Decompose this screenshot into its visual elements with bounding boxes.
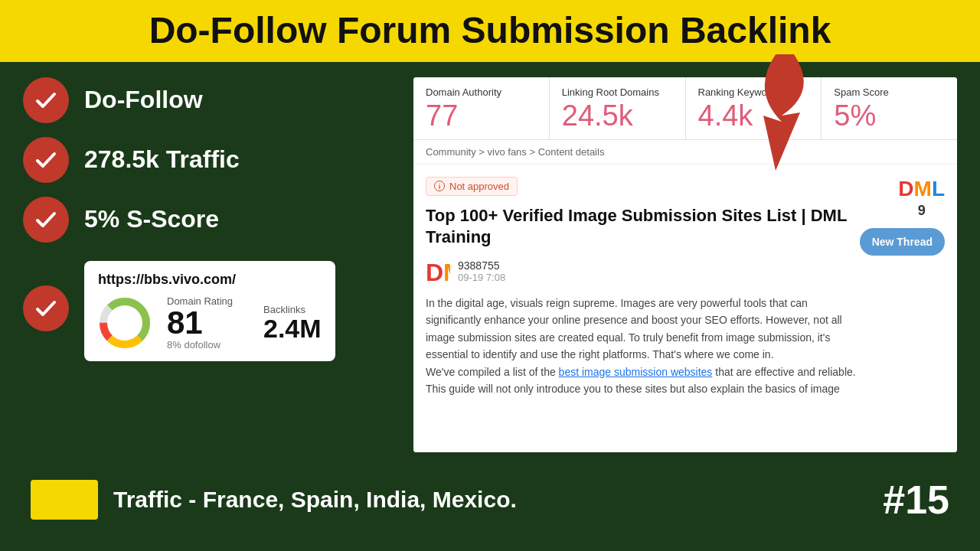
da-value: 77 xyxy=(426,101,537,130)
yellow-arrow-container xyxy=(31,480,98,520)
check-circle-4 xyxy=(23,285,69,331)
check-item-domain: https://bbs.vivo.com/ Domain Rating 81 8… xyxy=(23,256,390,361)
traffic-text: Traffic - France, Spain, India, Mexico. xyxy=(113,487,517,513)
dml-logo: DML xyxy=(898,177,945,201)
backlinks-value: 2.4M xyxy=(263,315,322,341)
yellow-arrow-icon xyxy=(38,486,84,514)
main-title: Do-Follow Forum Submission Backlink xyxy=(15,11,965,51)
da-label: Domain Authority xyxy=(426,86,537,98)
bottom-left: Traffic - France, Spain, India, Mexico. xyxy=(31,480,517,520)
svg-text:DML: DML xyxy=(426,259,450,284)
author-date: 09-19 7:08 xyxy=(458,272,505,283)
thread-main: i Not approved Top 100+ Verified Image S… xyxy=(426,177,856,440)
domain-url: https://bbs.vivo.com/ xyxy=(98,272,322,288)
check-circle-3 xyxy=(23,197,69,243)
check-circle-2 xyxy=(23,137,69,183)
bottom-number: #15 xyxy=(883,477,949,523)
left-panel: Do-Follow 278.5k Traffic 5% S-Score xyxy=(23,77,390,452)
dr-value: 81 xyxy=(167,307,233,339)
lrd-label: Linking Root Domains xyxy=(562,86,673,98)
dofollow-label: Do-Follow xyxy=(84,86,203,114)
metrics-bar: Domain Authority 77 Linking Root Domains… xyxy=(413,77,957,140)
metric-col-lrd: Linking Root Domains 24.5k xyxy=(550,77,686,139)
thread-sidebar: DML 9 New Thread xyxy=(868,177,945,440)
forum-mockup: Domain Authority 77 Linking Root Domains… xyxy=(413,77,957,452)
check-circle-1 xyxy=(23,77,69,123)
red-arrow-icon xyxy=(735,54,835,177)
author-info: 9388755 09-19 7:08 xyxy=(458,259,505,283)
top-banner: Do-Follow Forum Submission Backlink xyxy=(0,0,980,62)
dml-l: L xyxy=(932,177,945,201)
dml-logo-area: DML 9 xyxy=(898,177,945,219)
lrd-value: 24.5k xyxy=(562,101,673,130)
sscore-label: 5% S-Score xyxy=(84,205,219,233)
bottom-banner: Traffic - France, Spain, India, Mexico. … xyxy=(0,468,980,529)
metric-col-da: Domain Authority 77 xyxy=(413,77,550,139)
author-row: DML 9388755 09-19 7:08 xyxy=(426,259,856,284)
metric-col-ss: Spam Score 5% xyxy=(822,77,957,139)
badge-text: Not approved xyxy=(449,181,509,192)
dr-group: Domain Rating 81 8% dofollow xyxy=(167,295,233,350)
ss-value: 5% xyxy=(834,101,945,130)
svg-text:i: i xyxy=(439,183,441,191)
check-item-traffic: 278.5k Traffic xyxy=(23,137,390,183)
donut-chart xyxy=(98,296,152,350)
dml-m: M xyxy=(914,177,932,201)
domain-box: https://bbs.vivo.com/ Domain Rating 81 8… xyxy=(84,261,335,361)
traffic-label: 278.5k Traffic xyxy=(84,145,240,174)
warning-icon: i xyxy=(434,181,445,191)
ss-label: Spam Score xyxy=(834,86,945,98)
dofollow-pct: 8% dofollow xyxy=(167,339,233,350)
author-avatar: DML xyxy=(426,259,450,284)
dml-d: D xyxy=(898,177,913,201)
not-approved-badge: i Not approved xyxy=(426,177,518,196)
backlinks-group: Backlinks 2.4M xyxy=(263,304,322,341)
check-item-dofollow: Do-Follow xyxy=(23,77,390,123)
author-name: 9388755 xyxy=(458,259,505,272)
check-item-sscore: 5% S-Score xyxy=(23,197,390,243)
dml-number: 9 xyxy=(918,203,926,219)
arrow-container xyxy=(735,54,835,180)
main-content: Do-Follow 278.5k Traffic 5% S-Score xyxy=(0,62,980,468)
thread-area: i Not approved Top 100+ Verified Image S… xyxy=(413,165,957,452)
body-link[interactable]: best image submission websites xyxy=(559,366,713,378)
right-panel: Domain Authority 77 Linking Root Domains… xyxy=(413,77,957,452)
thread-title: Top 100+ Verified Image Submission Sites… xyxy=(426,205,856,249)
thread-body: In the digital age, visuals reign suprem… xyxy=(426,295,856,397)
breadcrumb: Community > vivo fans > Content details xyxy=(413,140,957,165)
new-thread-button[interactable]: New Thread xyxy=(860,228,945,256)
svg-marker-7 xyxy=(38,488,84,511)
domain-metrics: Domain Rating 81 8% dofollow Backlinks 2… xyxy=(98,295,322,350)
